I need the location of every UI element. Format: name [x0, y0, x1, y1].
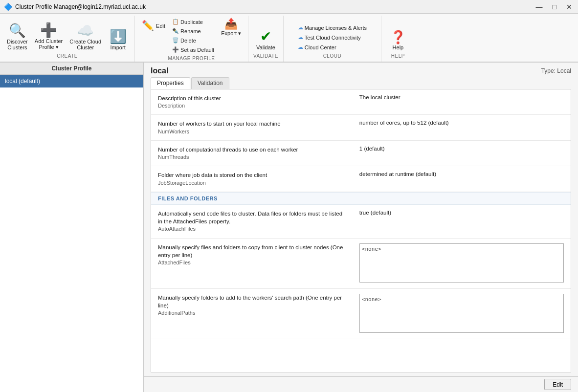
prop-value-numthreads: 1 (default) [353, 140, 571, 166]
table-row: Number of workers to start on your local… [151, 115, 571, 140]
title-bar-left: 🔷 Cluster Profile Manager@login12.myriad… [4, 3, 146, 11]
tabs-bar: Properties Validation [144, 77, 578, 89]
help-button[interactable]: ❓ Help [386, 30, 410, 51]
ribbon-group-help-inner: ❓ Help [386, 18, 410, 51]
import-icon: ⬇️ [110, 30, 127, 44]
bottom-bar: Edit [144, 376, 578, 392]
prop-value-jobstorage: determined at runtime (default) [353, 166, 571, 192]
add-cluster-profile-button[interactable]: ➕ Add ClusterProfile ▾ [33, 22, 65, 51]
test-cloud-connectivity-button[interactable]: ☁ Test Cloud Connectivity [296, 33, 369, 42]
ribbon-group-cloud: ☁ Manage Licenses & Alerts ☁ Test Cloud … [284, 16, 381, 62]
prop-key-numthreads: NumThreads [158, 153, 346, 161]
cloud-center-button[interactable]: ☁ Cloud Center [296, 43, 369, 51]
attached-files-textarea[interactable]: <none> [359, 243, 564, 283]
validate-group-label: VALIDATE [253, 53, 278, 60]
title-bar-controls: — □ ✕ [534, 3, 574, 11]
ribbon-group-manage: ✏️ Edit 📋 Duplicate ✒️ Rename 🗑️ Delete … [135, 16, 248, 62]
export-icon: 📤 [224, 19, 238, 29]
ribbon-group-validate: ✔ Validate VALIDATE [248, 16, 284, 62]
prop-value-description: The local cluster [353, 89, 571, 115]
cloud-group-label: CLOUD [323, 53, 342, 60]
table-row: Manually specify files and folders to co… [151, 238, 571, 288]
help-icon: ❓ [390, 31, 406, 44]
validate-button[interactable]: ✔ Validate [254, 29, 277, 51]
table-row: Number of computational threads to use o… [151, 140, 571, 166]
app-icon: 🔷 [4, 3, 12, 11]
cluster-type-label: Type: Local [541, 67, 571, 74]
cloud-buttons-column: ☁ Manage Licenses & Alerts ☁ Test Cloud … [296, 23, 369, 51]
app-title: Cluster Profile Manager@login12.myriad.u… [15, 3, 146, 10]
ribbon-group-validate-inner: ✔ Validate [254, 18, 277, 51]
ribbon-group-create: 🔍 Discover Clusters ➕ Add ClusterProfile… [0, 16, 135, 62]
prop-key-autoattach: AutoAttachFiles [158, 225, 346, 233]
cluster-name-title: local [151, 66, 168, 75]
ribbon-group-manage-inner: ✏️ Edit 📋 Duplicate ✒️ Rename 🗑️ Delete … [140, 18, 243, 54]
prop-value-numworkers: number of cores, up to 512 (default) [353, 115, 571, 140]
tab-validation[interactable]: Validation [191, 77, 229, 89]
ribbon: 🔍 Discover Clusters ➕ Add ClusterProfile… [0, 14, 578, 63]
prop-key-description: Description [158, 102, 346, 109]
sidebar-item-local-default[interactable]: local (default) [0, 75, 143, 87]
test-cloud-icon: ☁ [298, 34, 303, 41]
set-default-icon: ➕ [172, 46, 179, 53]
additional-paths-textarea[interactable]: <none> [359, 294, 564, 333]
prop-value-additionalpaths: <none> [353, 288, 571, 339]
prop-value-autoattach: true (default) [353, 205, 571, 238]
prop-key-additionalpaths: AdditionalPaths [158, 309, 346, 317]
files-section-header: FILES AND FOLDERS [151, 192, 571, 205]
prop-label-additionalpaths: Manually specify folders to add to the w… [158, 294, 346, 309]
rename-button[interactable]: ✒️ Rename [170, 27, 216, 35]
content-header: local Type: Local [144, 63, 578, 77]
prop-label-attachedfiles: Manually specify files and folders to co… [158, 243, 346, 259]
prop-label-numthreads: Number of computational threads to use o… [158, 146, 346, 153]
prop-label-numworkers: Number of workers to start on your local… [158, 120, 346, 128]
table-row: Description of this cluster Description … [151, 89, 571, 115]
edit-button[interactable]: Edit [544, 379, 571, 390]
files-properties-table: Automatically send code files to cluster… [151, 205, 571, 339]
manage-licenses-button[interactable]: ☁ Manage Licenses & Alerts [296, 23, 369, 32]
minimize-button[interactable]: — [534, 3, 545, 11]
sidebar-header: Cluster Profile [0, 63, 143, 75]
prop-value-attachedfiles: <none> [353, 238, 571, 288]
maximize-button[interactable]: □ [551, 3, 558, 11]
create-cloud-cluster-button[interactable]: ☁️ Create CloudCluster [67, 23, 103, 51]
set-default-button[interactable]: ➕ Set as Default [170, 45, 216, 54]
cloud-center-icon: ☁ [298, 44, 303, 50]
prop-key-numworkers: NumWorkers [158, 128, 346, 135]
manage-licenses-icon: ☁ [298, 24, 303, 31]
prop-label-jobstorage: Folder where job data is stored on the c… [158, 171, 346, 179]
ribbon-group-cloud-inner: ☁ Manage Licenses & Alerts ☁ Test Cloud … [296, 18, 369, 51]
help-group-label: HELP [391, 53, 405, 60]
table-row: Manually specify folders to add to the w… [151, 288, 571, 339]
create-cloud-icon: ☁️ [77, 24, 94, 38]
edit-ribbon-button[interactable]: ✏️ Edit [140, 20, 167, 31]
add-cluster-icon: ➕ [40, 23, 57, 37]
delete-icon: 🗑️ [172, 37, 179, 44]
duplicate-button[interactable]: 📋 Duplicate [170, 18, 216, 26]
manage-group-label: MANAGE PROFILE [168, 56, 215, 62]
table-row: Folder where job data is stored on the c… [151, 166, 571, 192]
prop-label-description: Description of this cluster [158, 94, 346, 102]
create-group-label: CREATE [57, 53, 78, 60]
discover-clusters-button[interactable]: 🔍 Discover Clusters [5, 23, 30, 51]
prop-key-jobstorage: JobStorageLocation [158, 179, 346, 187]
export-button[interactable]: 📤 Export ▾ [219, 18, 243, 38]
main-container: Cluster Profile local (default) local Ty… [0, 63, 578, 392]
edit-icon: ✏️ [142, 21, 154, 30]
validate-icon: ✔ [260, 30, 271, 44]
properties-table: Description of this cluster Description … [151, 89, 571, 192]
sidebar-item-label: local (default) [5, 78, 40, 85]
sidebar: Cluster Profile local (default) [0, 63, 144, 392]
rename-icon: ✒️ [172, 28, 179, 34]
prop-key-attachedfiles: AttachedFiles [158, 259, 346, 266]
prop-label-autoattach: Automatically send code files to cluster… [158, 210, 346, 225]
import-button[interactable]: ⬇️ Import [106, 29, 130, 51]
ribbon-group-help: ❓ Help HELP [381, 16, 415, 62]
content-area: local Type: Local Properties Validation … [144, 63, 578, 392]
close-button[interactable]: ✕ [564, 3, 574, 11]
delete-button[interactable]: 🗑️ Delete [170, 36, 216, 44]
tab-properties[interactable]: Properties [151, 77, 190, 89]
table-row: Automatically send code files to cluster… [151, 205, 571, 238]
properties-panel: Description of this cluster Description … [151, 89, 571, 372]
title-bar: 🔷 Cluster Profile Manager@login12.myriad… [0, 0, 578, 14]
